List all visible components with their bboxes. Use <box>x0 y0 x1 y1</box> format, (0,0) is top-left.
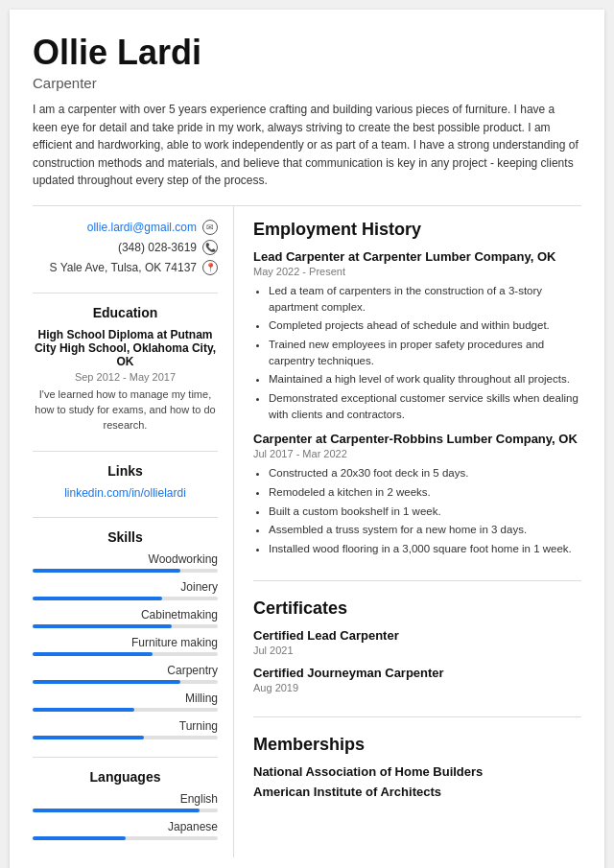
two-col-layout: ollie.lardi@gmail.com ✉ (348) 028-3619 📞… <box>33 206 581 857</box>
skill-bar-bg <box>33 708 218 712</box>
phone-icon: 📞 <box>202 240 218 255</box>
skills-heading: Skills <box>33 529 218 545</box>
skill-bar-fill <box>33 624 172 628</box>
cert-item: Certified Journeyman Carpenter Aug 2019 <box>253 666 581 693</box>
right-column: Employment History Lead Carpenter at Car… <box>234 206 581 857</box>
contact-section: ollie.lardi@gmail.com ✉ (348) 028-3619 📞… <box>33 220 218 275</box>
job-title-header: Carpenter <box>33 75 581 91</box>
job-bullet: Remodeled a kitchen in 2 weeks. <box>269 484 581 501</box>
skill-bar-fill <box>33 736 144 739</box>
address-row: S Yale Ave, Tulsa, OK 74137 📍 <box>33 260 218 275</box>
skill-name: Turning <box>33 719 218 733</box>
skill-bar-fill <box>33 680 180 684</box>
skill-bar-bg <box>33 624 218 628</box>
education-heading: Education <box>33 305 218 320</box>
lang-bar-bg <box>33 809 218 812</box>
membership-item: National Association of Home Builders <box>253 764 581 779</box>
skill-item: Joinery <box>33 580 218 600</box>
lang-bar-fill <box>33 836 126 840</box>
job-title: Carpenter at Carpenter-Robbins Lumber Co… <box>253 432 581 446</box>
skill-bar-fill <box>33 652 153 656</box>
skill-bar-bg <box>33 597 218 600</box>
header-section: Ollie Lardi Carpenter I am a carpenter w… <box>33 33 581 190</box>
cert-date: Jul 2021 <box>253 645 581 656</box>
skills-list: Woodworking Joinery Cabinetmaking Furnit… <box>33 552 218 739</box>
skill-bar-bg <box>33 736 218 739</box>
language-item: Japanese <box>33 820 218 840</box>
job-bullet: Trained new employees in proper safety p… <box>269 337 581 368</box>
cert-name: Certified Journeyman Carpenter <box>253 666 581 680</box>
skills-section: Skills Woodworking Joinery Cabinetmaking… <box>33 518 218 739</box>
skill-item: Woodworking <box>33 552 218 573</box>
job-date: Jul 2017 - Mar 2022 <box>253 448 581 459</box>
languages-heading: Languages <box>33 769 218 785</box>
location-icon: 📍 <box>202 260 218 275</box>
cert-item: Certified Lead Carpenter Jul 2021 <box>253 628 581 656</box>
resume-container: Ollie Lardi Carpenter I am a carpenter w… <box>10 10 604 868</box>
job-bullet: Installed wood flooring in a 3,000 squar… <box>269 541 581 557</box>
membership-item: American Institute of Architects <box>253 785 581 799</box>
lang-bar-fill <box>33 809 200 812</box>
memberships-section: Memberships National Association of Home… <box>253 735 581 818</box>
job-bullets: Led a team of carpenters in the construc… <box>253 283 581 422</box>
job-bullet: Assembled a truss system for a new home … <box>269 522 581 538</box>
education-degree: High School Diploma at Putnam City High … <box>33 328 218 368</box>
linkedin-link[interactable]: linkedin.com/in/ollielardi <box>33 486 218 500</box>
certificates-heading: Certificates <box>253 598 581 619</box>
skill-item: Carpentry <box>33 664 218 684</box>
full-name: Ollie Lardi <box>33 33 581 73</box>
job-bullet: Constructed a 20x30 foot deck in 5 days. <box>269 465 581 481</box>
job-item: Lead Carpenter at Carpenter Lumber Compa… <box>253 249 581 422</box>
cert-name: Certified Lead Carpenter <box>253 628 581 643</box>
cert-date: Aug 2019 <box>253 682 581 693</box>
certs-list: Certified Lead Carpenter Jul 2021 Certif… <box>253 628 581 693</box>
job-item: Carpenter at Carpenter-Robbins Lumber Co… <box>253 432 581 556</box>
job-bullet: Maintained a high level of work quality … <box>269 371 581 387</box>
skill-item: Cabinetmaking <box>33 608 218 628</box>
languages-list: English Japanese <box>33 792 218 840</box>
skill-name: Milling <box>33 692 218 705</box>
language-name: Japanese <box>33 820 218 833</box>
job-title: Lead Carpenter at Carpenter Lumber Compa… <box>253 249 581 264</box>
memberships-list: National Association of Home BuildersAme… <box>253 764 581 799</box>
job-bullet: Demonstrated exceptional customer servic… <box>269 390 581 422</box>
skill-bar-bg <box>33 569 218 573</box>
languages-section: Languages English Japanese <box>33 758 218 840</box>
phone-text: (348) 028-3619 <box>118 241 197 254</box>
skill-name: Joinery <box>33 580 218 594</box>
links-heading: Links <box>33 463 218 479</box>
summary-text: I am a carpenter with over 5 years exper… <box>33 101 581 190</box>
education-section: Education High School Diploma at Putnam … <box>33 293 218 434</box>
links-section: Links linkedin.com/in/ollielardi <box>33 452 218 500</box>
education-description: I've learned how to manage my time, how … <box>33 387 218 434</box>
email-link[interactable]: ollie.lardi@gmail.com <box>87 221 197 234</box>
jobs-list: Lead Carpenter at Carpenter Lumber Compa… <box>253 249 581 557</box>
skill-item: Furniture making <box>33 636 218 656</box>
job-bullets: Constructed a 20x30 foot deck in 5 days.… <box>253 465 581 556</box>
certificates-section: Certificates Certified Lead Carpenter Ju… <box>253 598 581 717</box>
language-item: English <box>33 792 218 812</box>
skill-name: Cabinetmaking <box>33 608 218 622</box>
skill-bar-fill <box>33 569 180 573</box>
email-icon: ✉ <box>202 220 218 235</box>
employment-section: Employment History Lead Carpenter at Car… <box>253 220 581 581</box>
phone-row: (348) 028-3619 📞 <box>33 240 218 255</box>
email-row: ollie.lardi@gmail.com ✉ <box>33 220 218 235</box>
skill-bar-bg <box>33 680 218 684</box>
skill-name: Furniture making <box>33 636 218 649</box>
skill-bar-fill <box>33 708 134 712</box>
skill-item: Milling <box>33 692 218 712</box>
employment-heading: Employment History <box>253 220 581 240</box>
skill-bar-fill <box>33 597 162 600</box>
job-date: May 2022 - Present <box>253 266 581 277</box>
skill-name: Woodworking <box>33 552 218 566</box>
skill-bar-bg <box>33 652 218 656</box>
lang-bar-bg <box>33 836 218 840</box>
job-bullet: Built a custom bookshelf in 1 week. <box>269 504 581 520</box>
language-name: English <box>33 792 218 806</box>
address-text: S Yale Ave, Tulsa, OK 74137 <box>50 261 197 274</box>
job-bullet: Led a team of carpenters in the construc… <box>269 283 581 315</box>
memberships-heading: Memberships <box>253 735 581 755</box>
job-bullet: Completed projects ahead of schedule and… <box>269 317 581 334</box>
skill-name: Carpentry <box>33 664 218 677</box>
